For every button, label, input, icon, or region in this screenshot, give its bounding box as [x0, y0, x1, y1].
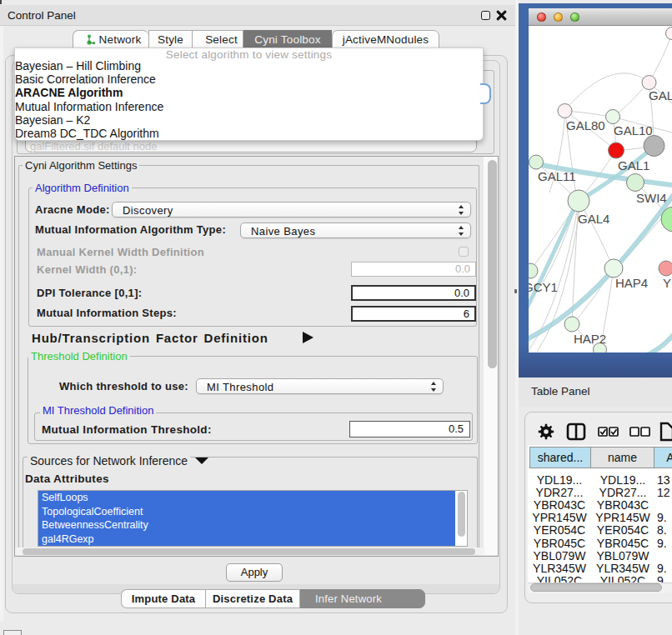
- svg-text:GAL4: GAL4: [578, 212, 609, 226]
- svg-text:GAL1: GAL1: [618, 158, 649, 172]
- svg-text:GAL10: GAL10: [614, 123, 653, 138]
- svg-text:HAP2: HAP2: [574, 332, 606, 346]
- svg-text:SWI4: SWI4: [636, 191, 667, 205]
- svg-text:HAP4: HAP4: [615, 276, 648, 290]
- svg-text:GAL80: GAL80: [566, 118, 605, 132]
- svg-text:GCY1: GCY1: [529, 280, 558, 294]
- svg-text:GAL: GAL: [649, 88, 672, 102]
- svg-text:Y: Y: [663, 276, 671, 290]
- svg-text:GAL11: GAL11: [538, 169, 576, 183]
